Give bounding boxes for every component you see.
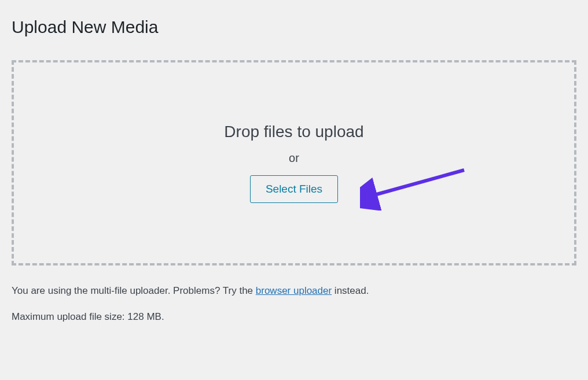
notice-suffix-text: instead. (332, 285, 369, 296)
max-upload-size-text: Maximum upload file size: 128 MB. (12, 311, 576, 323)
drop-instructions-text: Drop files to upload (224, 123, 363, 141)
browser-uploader-link[interactable]: browser uploader (256, 285, 332, 296)
uploader-notice: You are using the multi-file uploader. P… (12, 283, 576, 298)
select-files-button[interactable]: Select Files (250, 175, 338, 203)
page-title: Upload New Media (12, 12, 576, 43)
annotation-arrow-icon (360, 164, 476, 211)
svg-line-1 (370, 170, 464, 196)
notice-prefix-text: You are using the multi-file uploader. P… (12, 285, 256, 296)
drop-or-label: or (289, 152, 299, 165)
drop-zone[interactable]: Drop files to upload or Select Files (12, 60, 576, 265)
